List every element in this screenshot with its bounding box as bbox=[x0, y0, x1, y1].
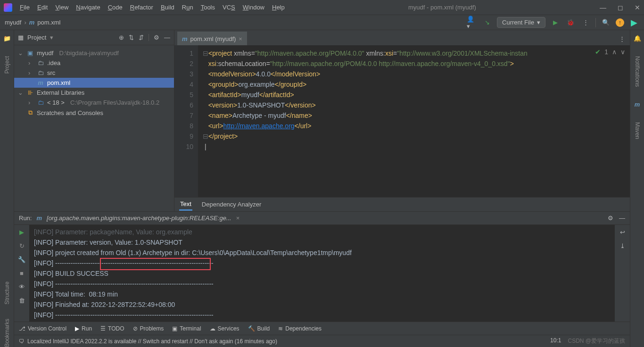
tree-scratches[interactable]: ⧉ Scratches and Consoles bbox=[14, 107, 174, 118]
tree-jdk-path: C:\Program Files\Java\jdk-18.0.2 bbox=[70, 99, 159, 106]
run-panel-header: Run: m [org.apache.maven.plugins:maven-a… bbox=[14, 212, 630, 225]
maximize-button[interactable]: ◻ bbox=[618, 4, 623, 11]
tree-root[interactable]: ⌄ ▣ myudf D:\bigdata-java\myudf bbox=[14, 48, 174, 58]
hide-panel-icon[interactable]: — bbox=[619, 215, 625, 222]
rail-notifications[interactable]: Notifications bbox=[634, 56, 641, 87]
rail-maven[interactable]: Maven bbox=[634, 122, 641, 139]
bell-icon[interactable]: 🔔 bbox=[634, 35, 641, 42]
stop-icon[interactable]: ■ bbox=[20, 270, 24, 277]
menu-bar: File Edit View Navigate Code Refactor Bu… bbox=[20, 4, 285, 11]
run-config-name[interactable]: [org.apache.maven.plugins:maven-archetyp… bbox=[47, 215, 231, 222]
scroll-to-end-icon[interactable]: ⤓ bbox=[620, 242, 625, 249]
menu-edit[interactable]: Edit bbox=[37, 4, 48, 11]
close-run-config-icon[interactable]: × bbox=[236, 215, 240, 222]
tree-src-label: src bbox=[47, 69, 55, 76]
editor-tab-pom[interactable]: m pom.xml (myudf) × bbox=[177, 32, 247, 45]
select-opened-file-icon[interactable]: ⊕ bbox=[119, 34, 124, 41]
tree-idea[interactable]: › 🗀 .idea bbox=[14, 58, 174, 68]
tree-pom[interactable]: m pom.xml bbox=[14, 78, 174, 88]
caret-position[interactable]: 10:1 bbox=[550, 337, 561, 345]
bb-dependencies[interactable]: ≋Dependencies bbox=[278, 325, 322, 332]
maven-rail-icon[interactable]: m bbox=[635, 101, 640, 108]
run-right-toolbar: ↩ ⤓ bbox=[615, 225, 630, 322]
run-button[interactable]: ▶ bbox=[550, 17, 561, 28]
wrench-icon[interactable]: 🔧 bbox=[18, 256, 25, 263]
rail-structure[interactable]: Structure bbox=[4, 281, 10, 305]
trash-icon[interactable]: 🗑 bbox=[19, 297, 25, 304]
collapse-all-icon[interactable]: ⇵ bbox=[139, 34, 144, 41]
menu-vcs[interactable]: VCS bbox=[223, 4, 235, 11]
project-panel-title: Project bbox=[27, 34, 46, 41]
nav-down-icon[interactable]: ∨ bbox=[620, 48, 625, 56]
debug-button[interactable]: 🐞 bbox=[565, 17, 576, 28]
show-icon[interactable]: 👁 bbox=[19, 283, 25, 290]
status-message[interactable]: Localized IntelliJ IDEA 2022.2.2 is avai… bbox=[27, 338, 277, 345]
console-output[interactable]: [INFO] Parameter: packageName, Value: or… bbox=[29, 225, 615, 322]
soft-wrap-icon[interactable]: ↩ bbox=[620, 229, 625, 236]
gear-icon[interactable]: ⚙ bbox=[608, 215, 613, 222]
bb-problems[interactable]: ⊘Problems bbox=[133, 325, 164, 332]
close-button[interactable]: ✕ bbox=[635, 4, 640, 11]
tab-dependency-analyzer[interactable]: Dependency Analyzer bbox=[201, 199, 262, 210]
menu-tools[interactable]: Tools bbox=[201, 4, 215, 11]
bb-version-control[interactable]: ⎇Version Control bbox=[19, 325, 66, 332]
chevron-right-icon: › bbox=[24, 19, 26, 26]
folder-icon: 🗀 bbox=[37, 69, 44, 76]
menu-help[interactable]: Help bbox=[272, 4, 285, 11]
line-gutter: 12345678910 bbox=[174, 45, 198, 197]
build-hammer-icon[interactable]: ↘ bbox=[482, 17, 492, 28]
content-column: ▦ Project ▾ ⊕ ⇅ ⇵ ⚙ — ⌄ ▣ bbox=[14, 30, 630, 347]
watermark-text: CSDN @爱学习的蓝孩 bbox=[568, 337, 625, 345]
title-bar: File Edit View Navigate Code Refactor Bu… bbox=[0, 0, 644, 15]
editor-tab-label: pom.xml (myudf) bbox=[190, 35, 236, 42]
project-rail-icon[interactable]: 📁 bbox=[3, 35, 11, 42]
chevron-down-icon: ⌄ bbox=[18, 89, 24, 96]
hide-panel-icon[interactable]: — bbox=[164, 34, 170, 41]
expand-all-icon[interactable]: ⇅ bbox=[129, 34, 134, 41]
menu-view[interactable]: View bbox=[55, 4, 68, 11]
tree-jdk[interactable]: › 🗀 < 18 > C:\Program Files\Java\jdk-18.… bbox=[14, 98, 174, 107]
editor-more-icon[interactable]: ⋮ bbox=[614, 33, 630, 45]
code-inspection-status[interactable]: ✔ 1 ∧ ∨ bbox=[595, 48, 625, 56]
breadcrumb-file[interactable]: pom.xml bbox=[37, 19, 60, 26]
menu-window[interactable]: Window bbox=[243, 4, 264, 11]
bb-todo[interactable]: ☰TODO bbox=[100, 325, 124, 332]
tree-pom-label: pom.xml bbox=[47, 79, 70, 86]
tree-scratches-label: Scratches and Consoles bbox=[37, 109, 103, 116]
info-icon[interactable]: 🗨 bbox=[19, 338, 25, 345]
run-config-selector[interactable]: Current File ▾ bbox=[497, 17, 545, 28]
menu-navigate[interactable]: Navigate bbox=[76, 4, 100, 11]
tab-text[interactable]: Text bbox=[179, 198, 192, 211]
tree-external-libraries[interactable]: ⌄ ⊪ External Libraries bbox=[14, 88, 174, 98]
user-icon[interactable]: 👤▾ bbox=[467, 17, 477, 28]
menu-file[interactable]: File bbox=[20, 4, 30, 11]
tree-src[interactable]: › 🗀 src bbox=[14, 68, 174, 78]
rerun-icon[interactable]: ▶ bbox=[19, 229, 24, 236]
menu-build[interactable]: Build bbox=[161, 4, 174, 11]
jdk-folder-icon: 🗀 bbox=[37, 99, 44, 106]
code-area[interactable]: 12345678910 ⊟<project xmlns="http://mave… bbox=[174, 45, 630, 197]
bb-terminal[interactable]: ▣Terminal bbox=[172, 325, 201, 332]
breadcrumb-project[interactable]: myudf bbox=[5, 19, 21, 26]
code-content[interactable]: ⊟<project xmlns="http://maven.apache.org… bbox=[198, 45, 630, 197]
layers-icon: ≋ bbox=[278, 325, 283, 332]
chevron-down-icon[interactable]: ▾ bbox=[50, 34, 53, 41]
menu-code[interactable]: Code bbox=[108, 4, 123, 11]
minimize-button[interactable]: — bbox=[600, 4, 606, 11]
rail-bookmarks[interactable]: Bookmarks bbox=[4, 319, 10, 347]
search-icon[interactable]: 🔍 bbox=[601, 17, 611, 28]
bb-run[interactable]: ▶Run bbox=[75, 325, 92, 332]
close-tab-icon[interactable]: × bbox=[239, 35, 242, 42]
toggle-icon[interactable]: ↻ bbox=[19, 242, 25, 249]
menu-run[interactable]: Run bbox=[182, 4, 193, 11]
ide-tools-icon[interactable]: ▶ bbox=[629, 17, 639, 28]
nav-up-icon[interactable]: ∧ bbox=[612, 48, 617, 56]
bb-build[interactable]: 🔨Build bbox=[248, 325, 270, 332]
rail-project[interactable]: Project bbox=[4, 56, 10, 74]
gear-icon[interactable]: ⚙ bbox=[154, 34, 159, 41]
more-actions-icon[interactable]: ⋮ bbox=[580, 17, 591, 28]
right-tool-rail: 🔔 Notifications m Maven bbox=[630, 30, 644, 347]
bb-services[interactable]: ☁Services bbox=[210, 325, 239, 332]
update-available-icon[interactable]: ↑ bbox=[616, 18, 624, 27]
menu-refactor[interactable]: Refactor bbox=[130, 4, 153, 11]
